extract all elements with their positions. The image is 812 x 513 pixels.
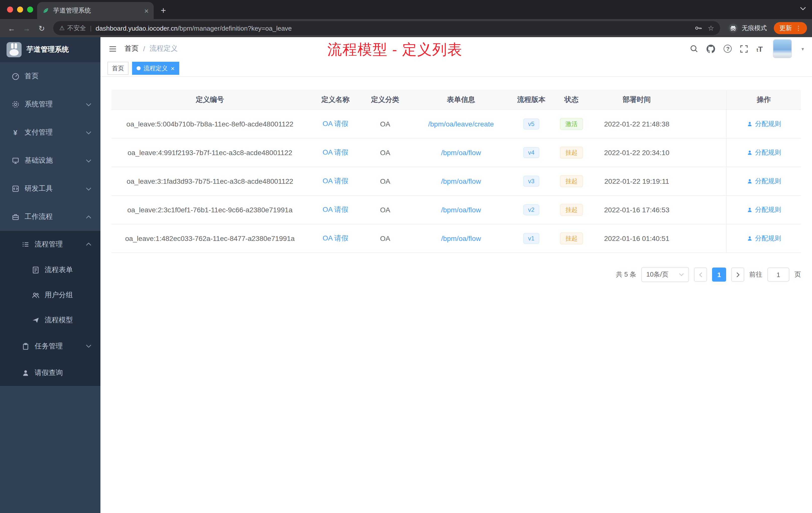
cell-status: 挂起 <box>548 147 594 159</box>
sidebar-item-payment-management[interactable]: ¥ 支付管理 <box>0 118 100 147</box>
breadcrumb-home[interactable]: 首页 <box>124 44 139 53</box>
sidebar-item-dev-tools[interactable]: 研发工具 <box>0 175 100 203</box>
sidebar-logo[interactable]: 芋道管理系统 <box>0 37 100 62</box>
sidebar-item-infrastructure[interactable]: 基础设施 <box>0 147 100 175</box>
sidebar-toggle-button[interactable] <box>109 44 117 53</box>
sidebar-item-system-management[interactable]: 系统管理 <box>0 90 100 118</box>
sidebar-filler <box>0 386 100 513</box>
traffic-light-minimize-button[interactable] <box>17 6 23 12</box>
chevron-down-icon <box>86 187 91 190</box>
tab-close-icon[interactable]: × <box>144 7 149 14</box>
sidebar-item-label: 首页 <box>25 72 39 81</box>
sidebar-item-label: 用户分组 <box>45 291 73 300</box>
pagination: 共 5 条 10条/页 1 前往 <box>112 267 801 282</box>
cell-form-info: /bpm/oa/flow <box>408 177 514 185</box>
sidebar-item-leave-query[interactable]: 请假查询 <box>0 359 100 386</box>
page-size-select[interactable]: 10条/页 <box>641 267 689 282</box>
sidebar: 芋道管理系统 首页 系统管理 ¥ 支付管理 <box>0 37 100 513</box>
chevron-up-icon <box>86 242 91 246</box>
traffic-light-zoom-button[interactable] <box>27 6 33 12</box>
definition-name-link[interactable]: OA 请假 <box>323 205 348 214</box>
url-bar[interactable]: ⚠ 不安全 | dashboard.yudao.iocoder.cn /bpm/… <box>53 21 720 35</box>
cell-deploy-time: 2022-01-16 17:46:53 <box>594 206 679 214</box>
github-icon[interactable] <box>707 44 715 53</box>
definition-name-link[interactable]: OA 请假 <box>323 148 348 157</box>
reload-button[interactable]: ↻ <box>35 24 48 32</box>
cell-operations: 分配规则 <box>726 139 801 167</box>
prev-page-button[interactable] <box>694 268 707 281</box>
password-key-icon[interactable] <box>695 24 703 32</box>
sidebar-item-label: 请假查询 <box>35 368 63 377</box>
user-icon <box>747 235 753 241</box>
clipboard-icon <box>21 342 30 350</box>
current-page-button[interactable]: 1 <box>712 268 726 281</box>
cell-definition-id: oa_leave:5:004b710b-7b8a-11ec-8ef0-acde4… <box>112 120 308 128</box>
sidebar-item-process-form[interactable]: 流程表单 <box>0 258 100 282</box>
form-link[interactable]: /bpm/oa/flow <box>441 177 481 185</box>
person-icon <box>21 368 30 377</box>
column-header-operations: 操作 <box>726 90 801 110</box>
browser-menu-dots-icon[interactable]: ⋮ <box>795 25 802 32</box>
bookmark-star-icon[interactable]: ☆ <box>708 24 714 32</box>
assign-rule-link[interactable]: 分配规则 <box>747 148 781 157</box>
cell-gap <box>679 224 726 252</box>
definition-name-link[interactable]: OA 请假 <box>323 234 348 243</box>
sidebar-item-user-group[interactable]: 用户分组 <box>0 282 100 308</box>
chevron-down-icon <box>86 344 91 348</box>
back-button[interactable]: ← <box>5 24 18 32</box>
column-header-deploy-time: 部署时间 <box>594 90 679 110</box>
url-path-text: /bpm/manager/definition?key=oa_leave <box>178 24 292 32</box>
sidebar-item-workflow[interactable]: 工作流程 <box>0 203 100 231</box>
tag-process-definition[interactable]: 流程定义 × <box>132 62 179 75</box>
breadcrumb-separator: / <box>143 45 145 53</box>
search-icon[interactable] <box>690 45 698 53</box>
sidebar-item-label: 基础设施 <box>25 156 53 165</box>
definition-name-link[interactable]: OA 请假 <box>323 119 348 128</box>
security-label[interactable]: 不安全 <box>67 24 86 32</box>
url-separator: | <box>90 25 92 32</box>
assign-rule-link[interactable]: 分配规则 <box>747 234 781 243</box>
font-size-icon[interactable]: tT <box>756 44 763 53</box>
form-link[interactable]: /bpm/oa/leave/create <box>428 120 494 128</box>
cell-gap <box>679 110 726 138</box>
cell-category: OA <box>362 120 408 128</box>
cell-operations: 分配规则 <box>726 196 801 224</box>
help-icon[interactable]: ? <box>724 45 732 53</box>
form-link[interactable]: /bpm/oa/flow <box>441 234 481 242</box>
form-link[interactable]: /bpm/oa/flow <box>441 206 481 214</box>
version-badge: v1 <box>523 233 539 244</box>
window-controls <box>0 0 40 19</box>
update-button[interactable]: 更新 ⋮ <box>774 22 807 34</box>
forward-button[interactable]: → <box>20 24 33 32</box>
form-link[interactable]: /bpm/oa/flow <box>441 149 481 157</box>
assign-rule-link[interactable]: 分配规则 <box>747 177 781 186</box>
browser-tab[interactable]: 芋道管理系统 × <box>37 2 154 19</box>
table-row: oa_leave:3:1fad3d93-7b75-11ec-a3c8-acde4… <box>112 167 801 196</box>
sidebar-item-task-management[interactable]: 任务管理 <box>0 333 100 359</box>
app-title: 芋道管理系统 <box>27 45 69 54</box>
goto-page-input[interactable] <box>767 268 789 281</box>
version-badge: v2 <box>523 204 539 216</box>
sidebar-item-process-management[interactable]: 流程管理 <box>0 231 100 258</box>
assign-rule-link[interactable]: 分配规则 <box>747 119 781 128</box>
active-dot <box>137 66 141 70</box>
sidebar-item-process-model[interactable]: 流程模型 <box>0 308 100 333</box>
assign-rule-link[interactable]: 分配规则 <box>747 205 781 214</box>
avatar-caret-down-icon[interactable]: ▾ <box>802 46 804 52</box>
new-tab-button[interactable]: + <box>161 6 166 15</box>
tag-close-icon[interactable]: × <box>171 65 174 71</box>
definition-name-link[interactable]: OA 请假 <box>323 177 348 186</box>
update-label: 更新 <box>779 24 792 32</box>
tab-search-chevron-down-icon[interactable] <box>800 6 806 10</box>
sidebar-item-home[interactable]: 首页 <box>0 62 100 90</box>
version-badge: v3 <box>523 175 539 187</box>
browser-tab-strip: 芋道管理系统 × + <box>0 0 812 19</box>
traffic-light-close-button[interactable] <box>7 6 13 12</box>
tag-home[interactable]: 首页 <box>108 62 128 75</box>
cell-definition-id: oa_leave:2:3c1f0ef1-76b1-11ec-9c66-a2380… <box>112 206 308 214</box>
assign-rule-label: 分配规则 <box>755 234 781 243</box>
next-page-button[interactable] <box>731 268 744 281</box>
status-badge: 挂起 <box>560 204 583 216</box>
fullscreen-icon[interactable] <box>741 45 748 53</box>
user-avatar[interactable] <box>773 39 792 58</box>
